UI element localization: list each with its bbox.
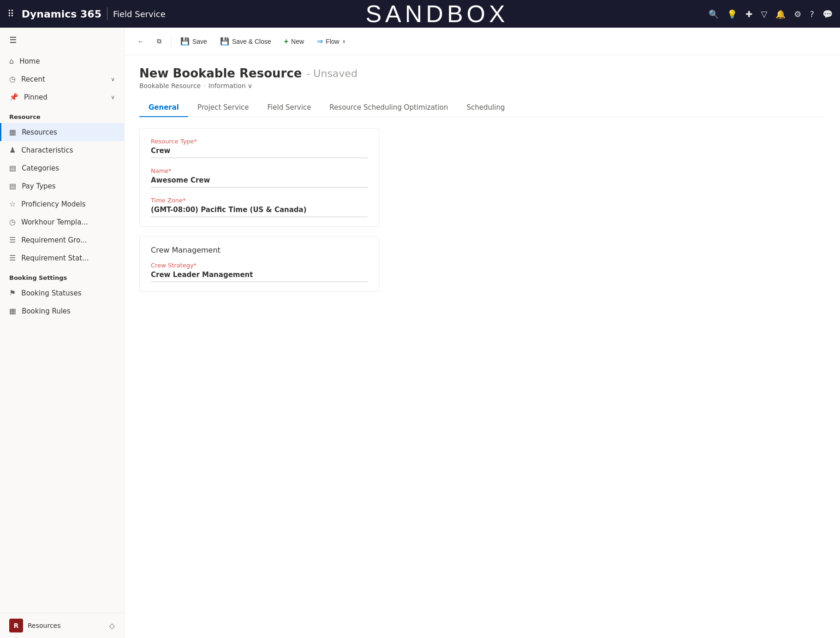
sidebar-item-pay-types[interactable]: ▤ Pay Types	[0, 177, 124, 195]
page-header: New Bookable Resource - Unsaved Bookable…	[139, 66, 825, 89]
sidebar-item-requirement-groups[interactable]: ☰ Requirement Gro...	[0, 231, 124, 249]
categories-icon: ▤	[9, 164, 16, 172]
save-button[interactable]: 💾 Save	[175, 34, 213, 48]
flow-button[interactable]: ⇒ Flow ∨	[311, 34, 351, 48]
sidebar-item-home[interactable]: ⌂ Home	[0, 52, 124, 70]
sidebar-label-booking-rules: Booking Rules	[22, 307, 71, 315]
sidebar-item-requirement-statuses[interactable]: ☰ Requirement Stat...	[0, 249, 124, 267]
popout-icon: ⧉	[157, 37, 161, 45]
sidebar-label-categories: Categories	[22, 164, 59, 172]
save-label: Save	[192, 38, 207, 45]
content-area: ← ⧉ 💾 Save 💾 Save & Close + New ⇒ Flow ∨	[125, 28, 840, 638]
lightbulb-icon[interactable]: 💡	[727, 9, 737, 19]
sandbox-label: SANDBOX	[171, 0, 703, 28]
back-icon: ←	[137, 38, 144, 45]
flow-chevron: ∨	[342, 39, 346, 44]
page-title: New Bookable Resource - Unsaved	[139, 66, 825, 80]
sidebar-item-characteristics[interactable]: ♟ Characteristics	[0, 141, 124, 159]
filter-icon[interactable]: ▽	[761, 9, 767, 19]
crew-strategy-value[interactable]: Crew Leader Management	[151, 271, 368, 282]
tab-scheduling[interactable]: Scheduling	[458, 99, 514, 117]
req-groups-icon: ☰	[9, 236, 16, 244]
pin-icon: 📌	[9, 93, 18, 101]
booking-section-label: Booking Settings	[0, 267, 124, 284]
sidebar-toggle[interactable]: ☰	[0, 28, 124, 52]
characteristics-icon: ♟	[9, 146, 16, 154]
tab-field-service[interactable]: Field Service	[258, 99, 321, 117]
breadcrumb-view[interactable]: Information ∨	[209, 82, 252, 89]
sidebar-footer-label: Resources	[28, 622, 61, 629]
popout-button[interactable]: ⧉	[151, 35, 167, 48]
crew-management-title: Crew Management	[151, 246, 368, 254]
general-section: Resource Type* Crew Name* Awesome Crew T…	[139, 128, 379, 227]
app-name: Field Service	[113, 9, 166, 19]
crew-strategy-field: Crew Strategy* Crew Leader Management	[151, 262, 368, 282]
sidebar-label-characteristics: Characteristics	[21, 146, 73, 154]
sidebar-label-resources: Resources	[22, 128, 57, 136]
sidebar-footer[interactable]: R Resources ◇	[0, 613, 124, 638]
sidebar-label-booking-statuses: Booking Statuses	[21, 289, 81, 297]
breadcrumb-entity: Bookable Resource	[139, 82, 201, 89]
sidebar-label-req-groups: Requirement Gro...	[21, 236, 87, 244]
new-label: New	[291, 38, 304, 45]
resource-type-label: Resource Type*	[151, 138, 368, 145]
proficiency-icon: ☆	[9, 200, 16, 208]
top-navigation: ⠿ Dynamics 365 Field Service SANDBOX 🔍 💡…	[0, 0, 840, 28]
resource-type-value[interactable]: Crew	[151, 147, 368, 158]
pinned-chevron: ∨	[111, 94, 115, 100]
tab-resource-scheduling[interactable]: Resource Scheduling Optimization	[320, 99, 457, 117]
sidebar-item-categories[interactable]: ▤ Categories	[0, 159, 124, 177]
sidebar-label-home: Home	[19, 57, 40, 65]
recent-chevron: ∨	[111, 76, 115, 83]
sidebar-item-proficiency-models[interactable]: ☆ Proficiency Models	[0, 195, 124, 213]
sidebar-item-resources[interactable]: ▦ Resources	[0, 123, 124, 141]
waffle-menu[interactable]: ⠿	[7, 8, 14, 19]
booking-statuses-icon: ⚑	[9, 289, 16, 297]
pay-types-icon: ▤	[9, 182, 16, 190]
flow-label: Flow	[326, 38, 340, 45]
flow-icon: ⇒	[317, 37, 323, 46]
breadcrumb: Bookable Resource · Information ∨	[139, 82, 825, 89]
dynamics-brand: Dynamics 365	[22, 8, 101, 20]
command-bar: ← ⧉ 💾 Save 💾 Save & Close + New ⇒ Flow ∨	[125, 28, 840, 55]
help-icon[interactable]: ?	[810, 9, 814, 19]
back-button[interactable]: ←	[132, 35, 149, 48]
req-statuses-icon: ☰	[9, 254, 16, 262]
sidebar-item-booking-rules[interactable]: ▦ Booking Rules	[0, 302, 124, 320]
unsaved-badge: - Unsaved	[306, 68, 357, 79]
crew-management-section: Crew Management Crew Strategy* Crew Lead…	[139, 236, 379, 292]
sidebar-item-workhour-templates[interactable]: ◷ Workhour Templa...	[0, 213, 124, 231]
sidebar-footer-chevron: ◇	[109, 621, 115, 630]
tab-general[interactable]: General	[139, 99, 188, 117]
sidebar-item-recent[interactable]: ◷ Recent ∨	[0, 70, 124, 88]
time-zone-field: Time Zone* (GMT-08:00) Pacific Time (US …	[151, 197, 368, 217]
resources-icon: ▦	[9, 128, 16, 136]
sidebar-label-workhour: Workhour Templa...	[21, 218, 88, 226]
bell-icon[interactable]: 🔔	[775, 9, 786, 19]
time-zone-label: Time Zone*	[151, 197, 368, 204]
chat-icon[interactable]: 💬	[822, 9, 833, 19]
main-layout: ☰ ⌂ Home ◷ Recent ∨ 📌 Pinned ∨ Resource …	[0, 28, 840, 638]
brand-area: Dynamics 365	[22, 8, 101, 20]
sidebar-label-proficiency: Proficiency Models	[21, 200, 85, 208]
name-value[interactable]: Awesome Crew	[151, 176, 368, 188]
save-close-icon: 💾	[220, 37, 229, 46]
topbar-icons: 🔍 💡 ✚ ▽ 🔔 ⚙ ? 💬	[709, 9, 833, 19]
breadcrumb-separator: ·	[203, 82, 205, 89]
name-field: Name* Awesome Crew	[151, 167, 368, 188]
settings-icon[interactable]: ⚙	[794, 9, 801, 19]
save-close-label: Save & Close	[232, 38, 271, 45]
tab-project-service[interactable]: Project Service	[188, 99, 258, 117]
sidebar-item-booking-statuses[interactable]: ⚑ Booking Statuses	[0, 284, 124, 302]
new-button[interactable]: + New	[279, 35, 310, 48]
booking-rules-icon: ▦	[9, 307, 16, 315]
form-area: New Bookable Resource - Unsaved Bookable…	[125, 55, 840, 638]
sidebar-item-pinned[interactable]: 📌 Pinned ∨	[0, 88, 124, 106]
form-tabs: General Project Service Field Service Re…	[139, 99, 825, 117]
search-icon[interactable]: 🔍	[709, 9, 719, 19]
time-zone-value[interactable]: (GMT-08:00) Pacific Time (US & Canada)	[151, 206, 368, 217]
save-close-button[interactable]: 💾 Save & Close	[214, 34, 277, 48]
save-icon: 💾	[180, 37, 190, 46]
add-icon[interactable]: ✚	[745, 9, 752, 19]
page-title-text: New Bookable Resource	[139, 66, 302, 80]
